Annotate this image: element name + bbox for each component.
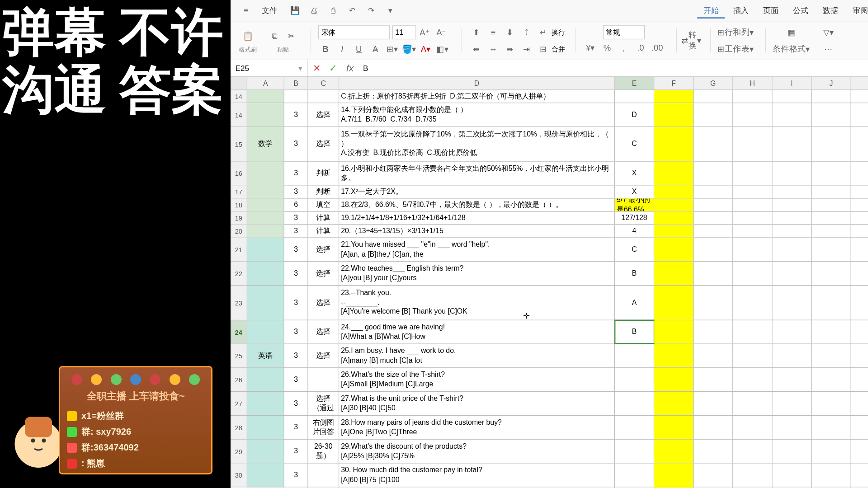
cell[interactable] bbox=[247, 392, 284, 415]
cell[interactable] bbox=[773, 186, 812, 198]
cell[interactable]: C bbox=[615, 127, 654, 161]
border-icon[interactable]: ⊞▾ bbox=[385, 41, 400, 56]
cell[interactable]: 判断 bbox=[308, 162, 340, 185]
cancel-icon[interactable]: ✕ bbox=[309, 61, 324, 75]
increase-decimal-icon[interactable]: .00 bbox=[650, 40, 665, 55]
cell[interactable] bbox=[733, 127, 772, 161]
cell[interactable]: X bbox=[615, 186, 654, 198]
align-left-icon[interactable]: ⬅ bbox=[469, 41, 484, 56]
cell[interactable]: 选择 bbox=[308, 127, 340, 161]
font-name-select[interactable] bbox=[318, 25, 390, 39]
cell[interactable] bbox=[773, 238, 812, 261]
cell[interactable] bbox=[693, 286, 733, 319]
cell[interactable] bbox=[247, 162, 284, 185]
cell-reference[interactable]: E25▾ bbox=[231, 60, 308, 76]
cell[interactable] bbox=[654, 212, 693, 225]
cell[interactable] bbox=[693, 464, 733, 487]
cell[interactable] bbox=[812, 162, 851, 185]
align-top-icon[interactable]: ⬆ bbox=[469, 24, 484, 40]
cell[interactable]: 选择 bbox=[308, 238, 340, 261]
cell[interactable] bbox=[812, 464, 851, 487]
wrap-text-button[interactable]: ↵ bbox=[536, 24, 551, 40]
cell[interactable] bbox=[733, 186, 772, 198]
row-header[interactable]: 24 bbox=[231, 320, 247, 343]
filter-icon[interactable]: ▽▾ bbox=[821, 24, 836, 40]
cell[interactable]: 23.--Thank you. --________. [A]You're we… bbox=[339, 286, 615, 319]
cell[interactable] bbox=[615, 368, 654, 391]
sheet-button[interactable]: ⊞ 工作表▾ bbox=[717, 41, 754, 56]
cell[interactable]: 3 bbox=[284, 186, 308, 198]
cell[interactable] bbox=[654, 440, 693, 463]
cell[interactable] bbox=[693, 199, 733, 211]
cell[interactable] bbox=[654, 199, 693, 211]
font-color-icon[interactable]: A▾ bbox=[418, 41, 433, 56]
percent-icon[interactable]: % bbox=[599, 40, 615, 55]
cell[interactable]: 3 bbox=[284, 320, 308, 343]
cell[interactable] bbox=[812, 392, 851, 415]
cell[interactable] bbox=[247, 90, 284, 103]
cell[interactable]: 27.What is the unit price of the T-shirt… bbox=[339, 392, 615, 415]
cell[interactable] bbox=[693, 103, 733, 126]
font-size-select[interactable] bbox=[392, 25, 416, 39]
cell[interactable] bbox=[773, 127, 812, 161]
column-header[interactable]: C bbox=[308, 77, 340, 89]
cell[interactable] bbox=[812, 416, 851, 439]
cell[interactable] bbox=[812, 186, 851, 198]
cell[interactable]: 3 bbox=[284, 212, 308, 225]
cell[interactable]: 3 bbox=[284, 127, 308, 161]
cell[interactable] bbox=[693, 368, 733, 391]
column-header[interactable]: I bbox=[773, 77, 812, 89]
save-icon[interactable]: 💾 bbox=[289, 5, 301, 16]
cell[interactable] bbox=[654, 464, 693, 487]
cell[interactable] bbox=[654, 127, 693, 161]
cell[interactable] bbox=[733, 199, 772, 211]
column-header[interactable]: D bbox=[339, 77, 615, 89]
row-header[interactable]: 14 bbox=[231, 90, 247, 103]
cell[interactable] bbox=[693, 225, 733, 238]
cell[interactable] bbox=[693, 90, 733, 103]
cell[interactable]: 19.1/2+1/4+1/8+1/16+1/32+1/64+1/128 bbox=[339, 212, 615, 225]
strikethrough-icon[interactable]: A̶ bbox=[368, 41, 383, 56]
row-header[interactable]: 14 bbox=[231, 103, 247, 126]
cell[interactable]: 3 bbox=[284, 392, 308, 415]
cell[interactable] bbox=[615, 464, 654, 487]
cell[interactable]: 3 bbox=[284, 103, 308, 126]
cell[interactable] bbox=[693, 262, 733, 285]
select-all-corner[interactable] bbox=[231, 77, 247, 89]
cell[interactable]: 26-30 题） bbox=[308, 440, 340, 463]
bold-icon[interactable]: B bbox=[318, 41, 333, 56]
cell[interactable]: 24.___ good time we are having! [A]What … bbox=[339, 320, 615, 343]
cell[interactable]: 29.What's the discount of the products? … bbox=[339, 440, 615, 463]
cell[interactable]: 15.一双袜子第一次比原价降了10%，第二次比第一次涨了10%，现价与原价相比，… bbox=[339, 127, 615, 161]
column-header[interactable]: F bbox=[654, 77, 693, 89]
menu-tab[interactable]: 数据 bbox=[817, 3, 844, 17]
cell[interactable] bbox=[773, 90, 812, 103]
cell[interactable] bbox=[773, 212, 812, 225]
row-header[interactable]: 19 bbox=[231, 212, 247, 225]
cell[interactable]: 127/128 bbox=[615, 212, 654, 225]
align-right-icon[interactable]: ➡ bbox=[502, 41, 518, 56]
cell[interactable] bbox=[247, 286, 284, 319]
row-header[interactable]: 28 bbox=[231, 416, 247, 439]
cell[interactable]: 3 bbox=[284, 238, 308, 261]
cell[interactable] bbox=[733, 464, 772, 487]
cell[interactable] bbox=[733, 90, 772, 103]
cell[interactable]: 17.X²一定大于2X。 bbox=[339, 186, 615, 198]
paste-button[interactable]: 📋 bbox=[240, 28, 255, 43]
cell[interactable]: 14.下列分数中能化成有限小数的是（ ） A.7/11 B.7/60 C.7/3… bbox=[339, 103, 615, 126]
row-header[interactable]: 30 bbox=[231, 464, 247, 487]
cell[interactable] bbox=[693, 162, 733, 185]
copy-icon[interactable]: ⧉ bbox=[267, 28, 283, 43]
cell[interactable] bbox=[654, 186, 693, 198]
cell[interactable] bbox=[654, 320, 693, 343]
cell[interactable] bbox=[247, 103, 284, 126]
dropdown-icon[interactable]: ▾ bbox=[385, 5, 396, 16]
cell[interactable] bbox=[773, 286, 812, 319]
cell[interactable] bbox=[654, 368, 693, 391]
cell[interactable] bbox=[693, 127, 733, 161]
redo-icon[interactable]: ↷ bbox=[365, 5, 377, 16]
cell[interactable] bbox=[247, 186, 284, 198]
cell[interactable]: X bbox=[615, 162, 654, 185]
decrease-font-icon[interactable]: A⁻ bbox=[434, 24, 449, 40]
cond-format-button[interactable]: 条件格式▾ bbox=[773, 41, 810, 56]
